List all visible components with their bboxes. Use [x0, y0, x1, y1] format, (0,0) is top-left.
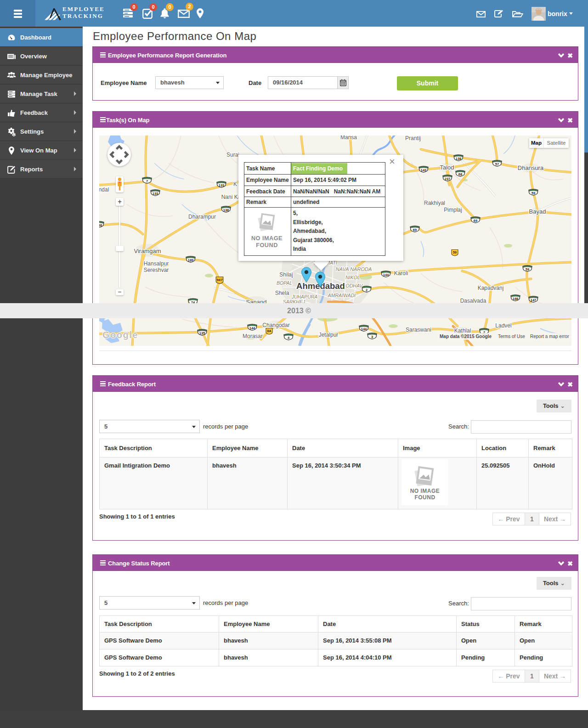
- svg-text:AMRAIWADI: AMRAIWADI: [328, 293, 356, 298]
- svg-text:69: 69: [474, 219, 477, 223]
- svg-text:138: 138: [456, 157, 462, 161]
- svg-text:Mansa: Mansa: [340, 135, 357, 141]
- svg-text:Map data ©2015 Google: Map data ©2015 Google: [440, 334, 492, 339]
- svg-text:147: 147: [531, 298, 537, 302]
- svg-text:Shilaj: Shilaj: [279, 271, 293, 278]
- svg-text:Changodar: Changodar: [262, 322, 289, 328]
- svg-text:Dhansura: Dhansura: [518, 164, 544, 171]
- svg-text:138: 138: [99, 223, 102, 227]
- svg-text:237: 237: [445, 177, 451, 181]
- svg-text:Ladvel: Ladvel: [495, 322, 511, 329]
- svg-text:57: 57: [495, 162, 499, 166]
- svg-text:BOPAL: BOPAL: [277, 280, 292, 286]
- svg-text:Shela: Shela: [275, 290, 289, 296]
- svg-text:ndal: ndal: [99, 186, 109, 193]
- svg-text:Dharampur: Dharampur: [188, 214, 216, 220]
- svg-text:Bayad: Bayad: [529, 208, 546, 215]
- svg-text:133: 133: [219, 183, 225, 187]
- svg-text:Hansalpur: Hansalpur: [144, 260, 169, 267]
- svg-text:Saraswani: Saraswani: [406, 327, 431, 333]
- svg-text:144: 144: [361, 327, 367, 331]
- svg-text:68: 68: [458, 172, 462, 176]
- svg-text:Google: Google: [102, 330, 138, 340]
- svg-text:Kapadvanj: Kapadvanj: [478, 285, 504, 291]
- svg-text:7: 7: [146, 179, 148, 183]
- svg-text:69: 69: [413, 228, 417, 232]
- svg-text:Report a map error: Report a map error: [530, 334, 569, 339]
- svg-text:Jetalpur: Jetalpur: [319, 332, 339, 338]
- svg-text:Surai: Surai: [226, 152, 239, 158]
- svg-text:NO IMAGE: NO IMAGE: [410, 488, 440, 494]
- svg-text:947: 947: [217, 278, 223, 282]
- svg-text:Terms of Use: Terms of Use: [498, 334, 525, 339]
- svg-text:Viramgam: Viramgam: [134, 248, 161, 254]
- svg-text:143: 143: [421, 168, 427, 172]
- svg-text:K: K: [233, 181, 237, 187]
- svg-text:144: 144: [249, 326, 255, 330]
- svg-text:Prantij: Prantij: [405, 135, 421, 141]
- svg-text:59: 59: [453, 251, 457, 254]
- svg-text:59: 59: [526, 267, 529, 271]
- svg-text:Pimplaj: Pimplaj: [444, 207, 462, 213]
- svg-text:188: 188: [513, 297, 519, 301]
- svg-text:FOUND: FOUND: [256, 242, 278, 248]
- svg-text:Kathlal: Kathlal: [454, 327, 471, 334]
- svg-text:ODHAV: ODHAV: [346, 283, 363, 288]
- svg-text:138: 138: [223, 208, 229, 212]
- svg-text:135: 135: [199, 331, 205, 335]
- svg-text:189: 189: [188, 258, 194, 262]
- svg-text:8A: 8A: [267, 329, 271, 333]
- svg-text:Talod: Talod: [440, 164, 454, 171]
- svg-text:NIKOL: NIKOL: [345, 275, 360, 280]
- svg-text:NAVA NARODA: NAVA NARODA: [336, 266, 372, 272]
- svg-text:2: 2: [366, 288, 368, 292]
- svg-text:3: 3: [371, 335, 373, 339]
- svg-text:Rakhiyal: Rakhiyal: [424, 200, 445, 206]
- svg-text:Sereshvar: Sereshvar: [144, 267, 169, 273]
- svg-text:FOUND: FOUND: [414, 494, 435, 501]
- svg-text:144: 144: [383, 273, 389, 277]
- svg-text:Karoli: Karoli: [394, 270, 408, 277]
- svg-text:59: 59: [531, 191, 535, 195]
- svg-text:NO IMAGE: NO IMAGE: [251, 234, 283, 241]
- svg-text:133: 133: [153, 192, 158, 196]
- svg-text:Morasar: Morasar: [243, 333, 263, 339]
